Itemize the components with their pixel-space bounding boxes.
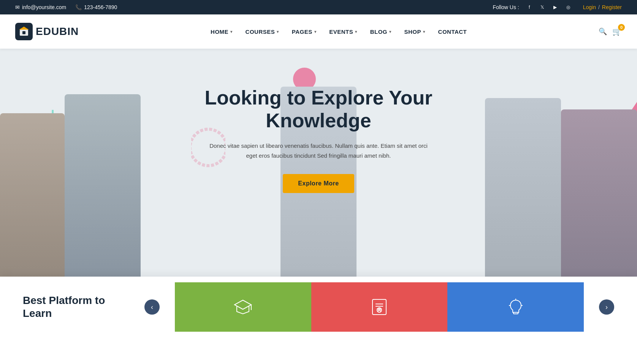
certificate-icon bbox=[369, 297, 389, 317]
nav-actions: 🔍 🛒 0 bbox=[599, 27, 622, 36]
email-info: ✉ info@yoursite.com bbox=[15, 4, 66, 10]
follow-label: Follow Us : bbox=[493, 4, 519, 10]
top-bar-contact: ✉ info@yoursite.com 📞 123-456-7890 bbox=[15, 4, 117, 10]
cart-button[interactable]: 🛒 0 bbox=[612, 27, 622, 36]
graduation-icon bbox=[233, 297, 253, 317]
student-1 bbox=[0, 113, 65, 277]
email-text: info@yoursite.com bbox=[22, 4, 66, 10]
header: EDUBIN HOME ▾ COURSES ▾ PAGES ▾ EVENTS ▾… bbox=[0, 14, 637, 49]
top-bar: ✉ info@yoursite.com 📞 123-456-7890 Follo… bbox=[0, 0, 637, 14]
nav-home[interactable]: HOME ▾ bbox=[205, 25, 238, 39]
nav-events[interactable]: EVENTS ▾ bbox=[324, 25, 363, 39]
graduation-svg bbox=[233, 297, 253, 317]
svg-rect-2 bbox=[22, 31, 25, 34]
logo-text: EDUBIN bbox=[36, 25, 79, 38]
instagram-icon[interactable]: ◎ bbox=[564, 3, 572, 11]
hero-title: Looking to Explore Your Knowledge bbox=[193, 87, 444, 132]
platform-title: Best Platform to Learn bbox=[23, 294, 129, 320]
carousel-next-button[interactable]: › bbox=[599, 299, 614, 315]
auth-links: Login / Register bbox=[583, 4, 622, 10]
lightbulb-svg bbox=[506, 297, 526, 317]
cross-teal-shape: + bbox=[46, 102, 60, 130]
hero-section: + + Looking to Explore Your Knowledge Do… bbox=[0, 49, 637, 277]
cart-badge: 0 bbox=[618, 24, 625, 31]
triangle-pink-shape bbox=[607, 102, 637, 147]
circle-yellow-shape bbox=[553, 125, 591, 163]
platform-cards bbox=[175, 282, 584, 332]
lightbulb-icon bbox=[506, 297, 526, 317]
student-4 bbox=[485, 98, 561, 277]
bottom-section: Best Platform to Learn ‹ bbox=[0, 277, 637, 337]
mail-icon: ✉ bbox=[15, 4, 20, 10]
cross-olive-shape: + bbox=[23, 210, 33, 231]
phone-icon: 📞 bbox=[75, 4, 82, 10]
platform-card-certificate[interactable] bbox=[311, 282, 448, 332]
hero-subtitle: Donec vitae sapien ut libearo venenatis … bbox=[208, 141, 429, 160]
phone-text: 123-456-7890 bbox=[84, 4, 117, 10]
carousel-prev-button[interactable]: ‹ bbox=[144, 299, 160, 315]
logo-icon bbox=[15, 23, 33, 40]
hero-content: Looking to Explore Your Knowledge Donec … bbox=[185, 64, 452, 262]
nav-courses[interactable]: COURSES ▾ bbox=[240, 25, 284, 39]
chevron-down-icon: ▾ bbox=[314, 30, 317, 34]
phone-info: 📞 123-456-7890 bbox=[75, 4, 117, 10]
chevron-down-icon: ▾ bbox=[389, 30, 391, 34]
explore-more-button[interactable]: Explore More bbox=[283, 174, 354, 193]
platform-card-lightbulb[interactable] bbox=[447, 282, 584, 332]
main-nav: HOME ▾ COURSES ▾ PAGES ▾ EVENTS ▾ BLOG ▾… bbox=[205, 25, 472, 39]
search-icon: 🔍 bbox=[599, 27, 607, 36]
chevron-down-icon: ▾ bbox=[355, 30, 357, 34]
login-link[interactable]: Login bbox=[583, 4, 596, 10]
top-bar-right: Follow Us : f 𝕏 ▶ ◎ Login / Register bbox=[493, 3, 622, 11]
best-platform-text: Best Platform to Learn bbox=[23, 294, 129, 320]
search-button[interactable]: 🔍 bbox=[599, 27, 607, 36]
nav-pages[interactable]: PAGES ▾ bbox=[287, 25, 322, 39]
youtube-icon[interactable]: ▶ bbox=[551, 3, 559, 11]
chevron-down-icon: ▾ bbox=[230, 30, 233, 34]
nav-contact[interactable]: CONTACT bbox=[433, 25, 472, 39]
student-2 bbox=[65, 94, 141, 277]
twitter-icon[interactable]: 𝕏 bbox=[538, 3, 547, 11]
certificate-svg bbox=[369, 297, 389, 317]
nav-shop[interactable]: SHOP ▾ bbox=[399, 25, 431, 39]
auth-separator: / bbox=[598, 4, 600, 10]
nav-blog[interactable]: BLOG ▾ bbox=[365, 25, 397, 39]
svg-marker-1 bbox=[19, 27, 29, 30]
student-5 bbox=[561, 109, 637, 277]
platform-card-graduation[interactable] bbox=[175, 282, 311, 332]
chevron-down-icon: ▾ bbox=[277, 30, 279, 34]
register-link[interactable]: Register bbox=[602, 4, 622, 10]
chevron-down-icon: ▾ bbox=[423, 30, 425, 34]
logo-svg bbox=[18, 26, 30, 37]
facebook-icon[interactable]: f bbox=[525, 3, 534, 11]
logo[interactable]: EDUBIN bbox=[15, 23, 79, 40]
